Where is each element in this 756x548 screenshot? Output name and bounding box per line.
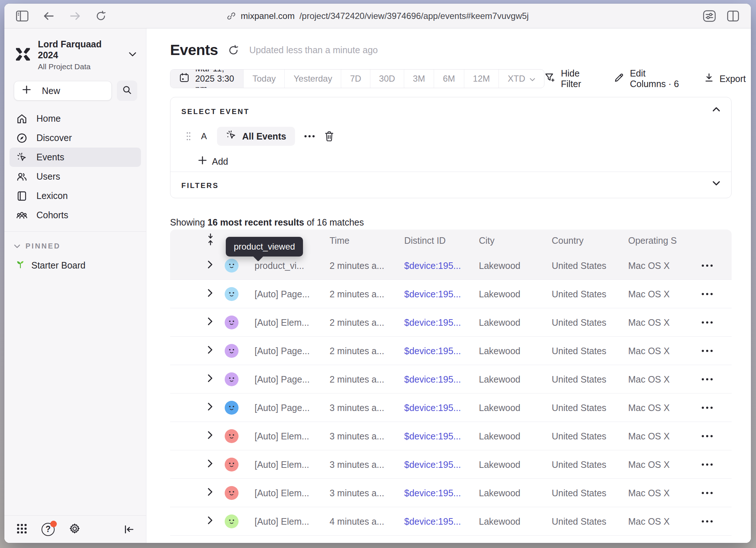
event-row-letter: A	[200, 131, 208, 141]
range-yesterday[interactable]: Yesterday	[284, 70, 341, 88]
table-row[interactable]: [Auto] Elem... 4 minutes a... $device:19…	[170, 507, 732, 536]
expand-row-chevron[interactable]	[207, 516, 213, 527]
filters-label: FILTERS	[181, 181, 720, 190]
back-button-icon[interactable]	[43, 11, 55, 21]
distinct-id-link[interactable]: $device:195...	[404, 345, 461, 356]
event-os: Mac OS X	[628, 488, 670, 498]
project-switcher[interactable]: Lord Farquaad 2024 All Project Data	[4, 28, 146, 75]
range-today[interactable]: Today	[243, 70, 284, 88]
column-header-time[interactable]: Time	[330, 235, 350, 246]
expand-row-chevron[interactable]	[207, 317, 213, 328]
sort-icon[interactable]	[206, 233, 214, 248]
export-button[interactable]: Export	[704, 73, 746, 85]
row-actions-icon[interactable]	[702, 265, 713, 267]
event-city: Lakewood	[479, 260, 520, 271]
address-bar[interactable]: mixpanel.com/project/3472420/view/397469…	[227, 11, 529, 21]
range-12m[interactable]: 12M	[464, 70, 499, 88]
event-time: 2 minutes a...	[330, 345, 384, 356]
sidebar-item-home[interactable]: Home	[9, 109, 141, 128]
distinct-id-link[interactable]: $device:195...	[404, 289, 461, 299]
distinct-id-link[interactable]: $device:195...	[404, 402, 461, 413]
expand-row-chevron[interactable]	[207, 431, 213, 442]
table-row[interactable]: [Auto] Elem... 3 minutes a... $device:19…	[170, 450, 732, 479]
sidebar-toggle-icon[interactable]	[16, 11, 28, 21]
column-header-distinct-id[interactable]: Distinct ID	[404, 235, 446, 246]
expand-row-chevron[interactable]	[207, 289, 213, 300]
apps-grid-icon[interactable]	[16, 523, 28, 536]
distinct-id-link[interactable]: $device:195...	[404, 260, 461, 271]
range-3m[interactable]: 3M	[404, 70, 434, 88]
expand-row-chevron[interactable]	[207, 374, 213, 385]
download-icon	[704, 73, 714, 85]
delete-event-icon[interactable]	[324, 131, 334, 142]
search-button[interactable]	[117, 81, 137, 101]
distinct-id-link[interactable]: $device:195...	[404, 488, 461, 498]
table-row[interactable]: [Auto] Page... 3 minutes a... $device:19…	[170, 394, 732, 422]
row-actions-icon[interactable]	[702, 293, 713, 295]
distinct-id-link[interactable]: $device:195...	[404, 431, 461, 441]
event-os: Mac OS X	[628, 260, 670, 271]
row-actions-icon[interactable]	[702, 378, 713, 380]
range-7d[interactable]: 7D	[341, 70, 370, 88]
column-header-city[interactable]: City	[479, 235, 495, 246]
more-options-icon[interactable]	[304, 135, 315, 137]
event-time: 3 minutes a...	[330, 459, 384, 470]
event-avatar	[225, 429, 239, 443]
event-selector[interactable]: All Events	[217, 127, 295, 146]
expand-section-icon[interactable]	[712, 181, 720, 187]
add-event-button[interactable]: Add	[198, 156, 720, 167]
page-settings-icon[interactable]	[703, 10, 716, 22]
row-actions-icon[interactable]	[702, 407, 713, 409]
collapse-sidebar-icon[interactable]	[123, 524, 134, 535]
table-row[interactable]: [Auto] Page... 2 minutes a... $device:19…	[170, 337, 732, 365]
hide-filter-button[interactable]: Hide Filter	[544, 68, 592, 89]
sidebar-item-label: Events	[36, 152, 64, 163]
distinct-id-link[interactable]: $device:195...	[404, 374, 461, 384]
column-header-os[interactable]: Operating S	[628, 235, 677, 246]
column-header-country[interactable]: Country	[552, 235, 584, 246]
table-row[interactable]: [Auto] Page... 2 minutes a... $device:19…	[170, 365, 732, 394]
forward-button-icon[interactable]	[69, 11, 81, 21]
users-icon	[16, 171, 28, 182]
range-30d[interactable]: 30D	[370, 70, 404, 88]
expand-row-chevron[interactable]	[207, 260, 213, 271]
drag-handle-icon[interactable]	[186, 132, 191, 141]
row-actions-icon[interactable]	[702, 435, 713, 437]
edit-columns-button[interactable]: Edit Columns · 6	[614, 68, 683, 89]
distinct-id-link[interactable]: $device:195...	[404, 459, 461, 470]
help-icon[interactable]: ?	[42, 523, 55, 536]
new-button[interactable]: New	[14, 81, 112, 101]
row-actions-icon[interactable]	[702, 350, 713, 352]
sidebar-item-starter-board[interactable]: Starter Board	[4, 253, 146, 277]
gear-icon[interactable]	[68, 522, 81, 536]
row-actions-icon[interactable]	[702, 520, 713, 522]
table-row[interactable]	[170, 536, 732, 543]
sidebar-item-events[interactable]: Events	[9, 148, 141, 167]
table-row[interactable]: [Auto] Elem... 3 minutes a... $device:19…	[170, 422, 732, 450]
distinct-id-link[interactable]: $device:195...	[404, 317, 461, 328]
sidebar-item-discover[interactable]: Discover	[9, 128, 141, 148]
date-range-picker[interactable]: Mar 11, 2025 3:30 pm	[170, 70, 243, 88]
row-actions-icon[interactable]	[702, 321, 713, 324]
reload-icon[interactable]	[95, 11, 106, 21]
expand-row-chevron[interactable]	[207, 459, 213, 470]
select-event-label: SELECT EVENT	[181, 107, 720, 116]
row-actions-icon[interactable]	[702, 492, 713, 494]
sidebar-item-users[interactable]: Users	[9, 167, 141, 186]
row-actions-icon[interactable]	[702, 463, 713, 466]
distinct-id-link[interactable]: $device:195...	[404, 516, 461, 527]
range-6m[interactable]: 6M	[434, 70, 464, 88]
collapse-section-icon[interactable]	[712, 107, 720, 113]
pinned-section-header[interactable]: PINNED	[4, 232, 146, 253]
sidebar-item-cohorts[interactable]: Cohorts	[9, 206, 141, 225]
expand-row-chevron[interactable]	[207, 488, 213, 498]
table-row[interactable]: [Auto] Page... 2 minutes a... $device:19…	[170, 280, 732, 308]
expand-row-chevron[interactable]	[207, 402, 213, 413]
expand-row-chevron[interactable]	[207, 345, 213, 356]
refresh-icon[interactable]	[228, 45, 239, 56]
range-xtd[interactable]: XTD	[499, 70, 544, 88]
split-view-icon[interactable]	[727, 10, 739, 22]
table-row[interactable]: [Auto] Elem... 2 minutes a... $device:19…	[170, 308, 732, 337]
table-row[interactable]: [Auto] Elem... 3 minutes a... $device:19…	[170, 479, 732, 507]
sidebar-item-lexicon[interactable]: Lexicon	[9, 186, 141, 206]
